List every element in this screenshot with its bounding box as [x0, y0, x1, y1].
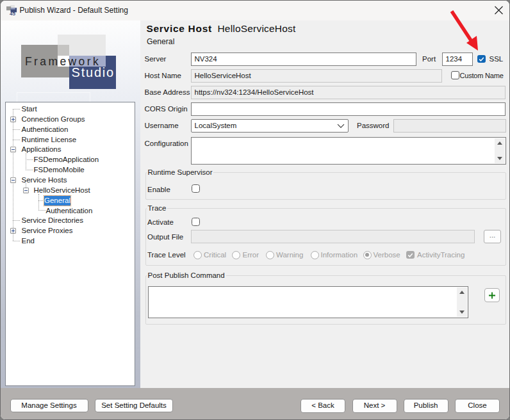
svg-text:45: 45	[10, 11, 15, 16]
